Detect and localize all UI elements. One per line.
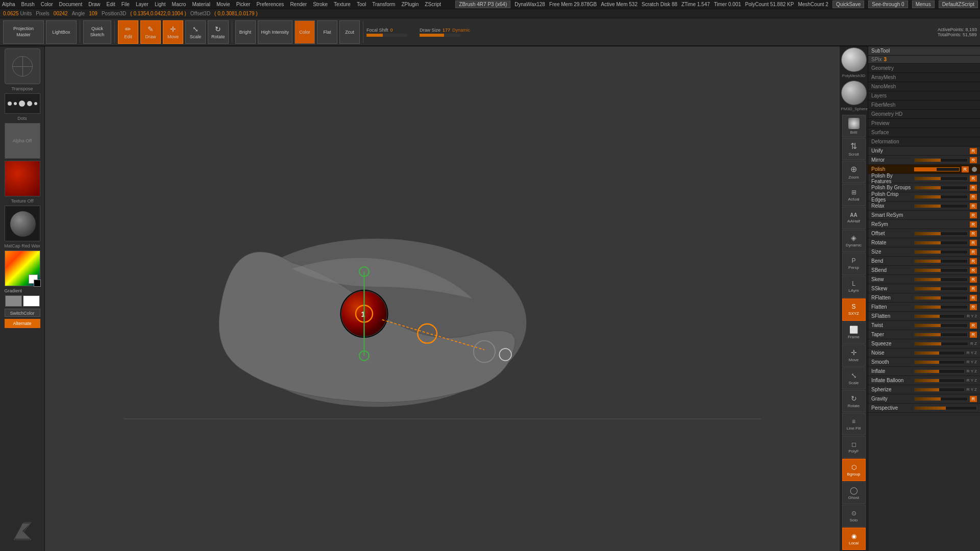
color-swatch-1[interactable] [5, 295, 22, 307]
offset-slider[interactable] [914, 232, 968, 236]
menu-edit[interactable]: Edit [107, 2, 115, 7]
rotate-tool-button[interactable]: ↻ Rotate [842, 390, 866, 412]
unify-r-button[interactable]: R [970, 148, 977, 154]
polish-slider[interactable] [914, 167, 960, 171]
pm3d-sphere-thumb[interactable] [841, 81, 867, 105]
nanomesh-section[interactable]: NanoMesh [868, 82, 980, 91]
sskew-r-button[interactable]: R [970, 286, 977, 292]
canvas-area[interactable]: 1 [45, 46, 840, 551]
fibermesh-section[interactable]: FiberMesh [868, 101, 980, 110]
smart-resym-r-button[interactable]: R [970, 212, 977, 218]
focal-shift-slider[interactable] [366, 34, 407, 37]
color-swatch-2[interactable] [23, 295, 40, 307]
twist-slider[interactable] [914, 323, 968, 328]
menu-tool[interactable]: Tool [357, 2, 366, 7]
scroll-button[interactable]: ⇅ Scroll [842, 138, 866, 160]
alternate-button[interactable]: Alternate [5, 319, 40, 328]
resym-r-button[interactable]: R [970, 221, 977, 228]
skew-r-button[interactable]: R [970, 277, 977, 283]
move-tool-button[interactable]: ✛ Move [842, 344, 866, 367]
geometry-section[interactable]: Geometry [868, 64, 980, 73]
quick-sketch-button[interactable]: Quick Sketch [83, 20, 111, 44]
menu-transform[interactable]: Transform [372, 2, 395, 7]
menu-macro[interactable]: Macro [172, 2, 186, 7]
menu-light[interactable]: Light [155, 2, 166, 7]
size-r-button[interactable]: R [970, 249, 977, 255]
projection-master-button[interactable]: Projection Master [3, 20, 44, 44]
rflatten-slider[interactable] [914, 296, 968, 300]
menu-texture[interactable]: Texture [334, 2, 351, 7]
sflatten-slider[interactable] [914, 314, 965, 318]
polish-features-r-button[interactable]: R [970, 176, 977, 182]
skew-slider[interactable] [914, 278, 968, 282]
bend-r-button[interactable]: R [970, 258, 977, 264]
material-preview[interactable] [5, 206, 40, 241]
scale-tool-button[interactable]: ⤡ Scale [842, 367, 866, 390]
size-slider[interactable] [914, 250, 968, 254]
local-button[interactable]: ◉ Local [842, 528, 866, 550]
rotate-deform-r-button[interactable]: R [970, 240, 977, 246]
rflatten-r-button[interactable]: R [970, 295, 977, 301]
inflate-slider[interactable] [914, 369, 965, 373]
relax-slider[interactable] [914, 204, 968, 208]
frame-button[interactable]: ⬜ Frame [842, 321, 866, 344]
menu-movie[interactable]: Movie [216, 2, 230, 7]
default-z-script-button[interactable]: DefaultZScript [939, 1, 978, 8]
aahalf-button[interactable]: AA AAHalf [842, 207, 866, 229]
inflate-balloon-slider[interactable] [914, 379, 965, 383]
bend-slider[interactable] [914, 259, 968, 263]
menu-draw[interactable]: Draw [88, 2, 100, 7]
gravity-slider[interactable] [914, 397, 968, 401]
rotate-deform-slider[interactable] [914, 241, 968, 245]
zoom-button[interactable]: ⊕ Zoom [842, 161, 866, 183]
layers-section[interactable]: Layers [868, 91, 980, 101]
flat-btn[interactable]: Flat [317, 20, 337, 44]
perspective-slider[interactable] [914, 406, 977, 410]
twist-r-button[interactable]: R [970, 322, 977, 329]
sbend-slider[interactable] [914, 268, 968, 272]
background-color[interactable] [34, 280, 41, 287]
taper-r-button[interactable]: R [970, 332, 977, 338]
menu-picker[interactable]: Picker [236, 2, 251, 7]
menu-preferences[interactable]: Preferences [256, 2, 284, 7]
squeeze-slider[interactable] [914, 342, 968, 346]
gravity-r-button[interactable]: R [970, 396, 977, 402]
draw-button[interactable]: ✎ Draw [140, 20, 161, 44]
bright-button[interactable]: Bright [235, 20, 256, 44]
polymesh3d-thumb[interactable] [841, 47, 867, 72]
scale-button[interactable]: ⤡ Scale [185, 20, 206, 44]
ghost-button[interactable]: ◯ Ghost [842, 482, 866, 504]
menu-zscript[interactable]: ZScript [425, 2, 441, 7]
move-button[interactable]: ✛ Move [163, 20, 183, 44]
quicksave-button[interactable]: ZBrush 4R7 P3 (x64) [455, 1, 510, 8]
actual-button[interactable]: ⊞ Actual [842, 184, 866, 206]
polish-features-slider[interactable] [914, 177, 968, 181]
arraymesh-section[interactable]: ArrayMesh [868, 73, 980, 82]
polish-groups-slider[interactable] [914, 186, 968, 190]
persp-button[interactable]: P Persp [842, 253, 866, 275]
menu-file[interactable]: File [121, 2, 130, 7]
solo-button[interactable]: ⊙ Solo [842, 505, 866, 527]
sxyz-button[interactable]: S SXYZ [842, 298, 866, 321]
taper-slider[interactable] [914, 333, 968, 337]
preview-section[interactable]: Preview [868, 119, 980, 128]
subtool-header[interactable]: SubTool [868, 46, 980, 56]
alpha-preview[interactable]: Alpha Off [5, 123, 40, 159]
polish-r-button[interactable]: R [962, 166, 969, 172]
menu-zplugin[interactable]: ZPlugin [401, 2, 419, 7]
deformation-section[interactable]: Deformation [868, 137, 980, 146]
quicksave-button[interactable]: QuickSave [832, 1, 864, 8]
menu-stroke[interactable]: Stroke [313, 2, 328, 7]
brill-button[interactable]: Brill [842, 115, 866, 137]
sbend-r-button[interactable]: R [970, 267, 977, 273]
menu-layer[interactable]: Layer [136, 2, 149, 7]
menu-material[interactable]: Material [192, 2, 210, 7]
high-intensity-button[interactable]: High Intensity [258, 20, 293, 44]
dots-preview[interactable] [5, 93, 40, 114]
menus-button[interactable]: Menus [912, 1, 935, 8]
polyf-button[interactable]: ◻ PolyF [842, 436, 866, 458]
sskew-slider[interactable] [914, 287, 968, 291]
zcut-btn[interactable]: Zcut [339, 20, 360, 44]
menu-color[interactable]: Color [41, 2, 53, 7]
edit-button[interactable]: ✏ Edit [118, 20, 138, 44]
